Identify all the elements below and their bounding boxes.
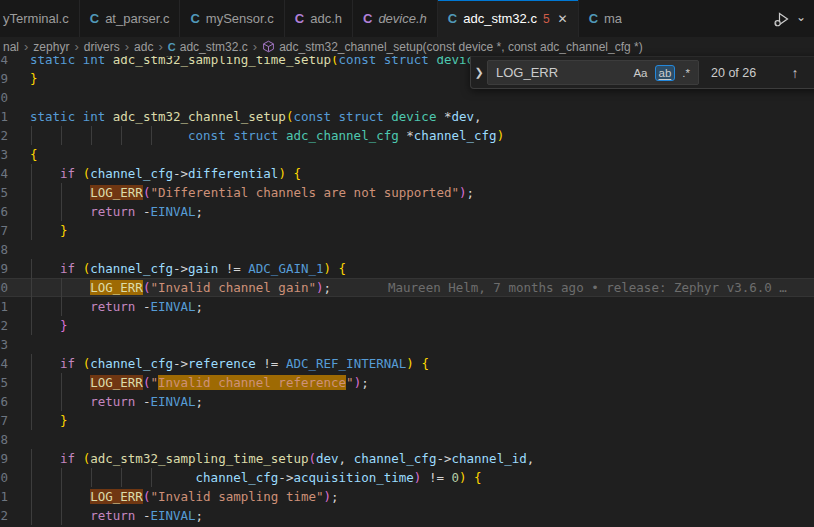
code-token: , (474, 109, 482, 124)
line-number: 492 (0, 506, 8, 525)
line-number: 472 (0, 126, 8, 145)
c-file-icon: C (168, 41, 176, 53)
code-token: const struct (293, 109, 391, 124)
code-line: 479if (channel_cfg->gain != ADC_GAIN_1) … (0, 259, 814, 278)
breadcrumb: nal›zephyr›drivers›adc›Cadc_stm32.c›adc_… (0, 37, 814, 56)
code-token: ) (497, 128, 505, 143)
code-token: , (339, 451, 354, 466)
code-token: static int (30, 109, 113, 124)
run-dropdown-chevron-icon[interactable]: ⌄ (796, 10, 806, 24)
editor[interactable]: 464static int adc_stm32_sampling_time_se… (0, 37, 814, 527)
code-token: ; (196, 508, 204, 523)
regex-button[interactable]: .* (678, 65, 694, 81)
find-previous-button[interactable]: ↑ (783, 61, 807, 85)
code-token: channel_cfg (90, 261, 173, 276)
code-token: channel_cfg (90, 356, 173, 371)
breadcrumb-label: adc_stm32.c (180, 40, 248, 54)
code-text: } (30, 69, 38, 88)
line-number: 479 (0, 259, 8, 278)
code-token: if (60, 451, 83, 466)
breadcrumb-label: drivers (84, 40, 120, 54)
tabs-container: yTerminal.cCat_parser.cCmySensor.cCadc.h… (0, 0, 770, 37)
code-line: 488 (0, 430, 814, 449)
code-token: ADC_GAIN_1 (248, 261, 323, 276)
code-token: } (30, 71, 38, 86)
code-token: channel_cfg (196, 470, 279, 485)
breadcrumb-item[interactable]: drivers (84, 40, 120, 54)
breadcrumb-item[interactable]: adc_stm32_channel_setup(const device *, … (262, 40, 643, 54)
line-number: 490 (0, 468, 8, 487)
tab-device-h[interactable]: Cdevice.h (353, 0, 438, 37)
breadcrumb-separator-icon: › (158, 40, 162, 53)
code-token: -> (173, 166, 188, 181)
tab-adc-h[interactable]: Cadc.h (285, 0, 353, 37)
breadcrumb-separator-icon: › (24, 40, 28, 53)
tab-adc-stm32-c[interactable]: Cadc_stm32.c5✕ (438, 0, 579, 37)
code-token: if (60, 261, 83, 276)
tab-label: mySensor.c (206, 11, 274, 26)
line-number: 481 (0, 297, 8, 316)
code-token: LOG_ERR (90, 375, 143, 390)
tab-label: ma (604, 11, 622, 26)
code-token: Invalid channel reference (158, 375, 346, 390)
code-line: 475LOG_ERR("Differential channels are no… (0, 183, 814, 202)
breadcrumb-label: nal (3, 40, 19, 54)
breadcrumb-item[interactable]: adc (134, 40, 153, 54)
code-text: LOG_ERR("Invalid sampling time"); (30, 487, 339, 506)
code-text: if (adc_stm32_sampling_time_setup(dev, c… (30, 449, 534, 468)
toggle-replace-chevron-icon[interactable]: ❯ (471, 66, 487, 79)
code-line: 470 (0, 88, 814, 107)
code-token: dev (451, 109, 474, 124)
whole-word-button[interactable]: ab (655, 65, 676, 81)
breadcrumb-item[interactable]: zephyr (33, 40, 69, 54)
breadcrumb-separator-icon: › (74, 40, 78, 53)
tab-at-parser-c[interactable]: Cat_parser.c (80, 0, 181, 37)
code-token: return (90, 299, 143, 314)
code-token: channel_cfg (354, 451, 437, 466)
breadcrumb-separator-icon: › (125, 40, 129, 53)
git-blame-annotation: Maureen Helm, 7 months ago • release: Ze… (388, 278, 787, 297)
code-token: -> (436, 451, 451, 466)
code-token: != (256, 356, 286, 371)
code-token: 0 (451, 470, 459, 485)
close-icon[interactable]: ✕ (558, 12, 568, 26)
code-text: if (channel_cfg->reference != ADC_REF_IN… (30, 354, 429, 373)
breadcrumb-label: zephyr (33, 40, 69, 54)
breadcrumb-separator-icon: › (253, 40, 257, 53)
breadcrumb-item[interactable]: Cadc_stm32.c (168, 40, 248, 54)
line-number: 477 (0, 221, 8, 240)
code-text: static int adc_stm32_channel_setup(const… (30, 107, 482, 126)
code-token: return (90, 204, 143, 219)
tab-mysensor-c[interactable]: CmySensor.c (180, 0, 284, 37)
line-number: 471 (0, 107, 8, 126)
code-token: EINVAL (150, 394, 195, 409)
run-or-debug-button[interactable] (772, 9, 792, 29)
find-widget: ❯ LOG_ERR Aa ab .* 20 of 26 ↑ ↓ (470, 56, 814, 89)
line-number: 476 (0, 202, 8, 221)
code-token: return (90, 508, 143, 523)
find-input[interactable]: LOG_ERR Aa ab .* (487, 60, 699, 85)
code-text: channel_cfg->acquisition_time) != 0) { (30, 468, 482, 487)
code-text: return -EINVAL; (30, 506, 203, 525)
tab-yterminal-c[interactable]: yTerminal.c (0, 0, 80, 37)
code-token: { (293, 166, 301, 181)
code-line: 472const struct adc_channel_cfg *channel… (0, 126, 814, 145)
code-token: LOG_ERR (90, 489, 143, 504)
line-number: 469 (0, 69, 8, 88)
code-line: 482} (0, 316, 814, 335)
code-token: } (60, 413, 68, 428)
code-token: } (60, 223, 68, 238)
code-text: { (30, 145, 38, 164)
find-query-text: LOG_ERR (488, 65, 629, 80)
code-line: 478 (0, 240, 814, 259)
code-line: 487} (0, 411, 814, 430)
match-case-button[interactable]: Aa (629, 65, 651, 81)
tab-ma[interactable]: Cma (579, 0, 622, 37)
code-token: ; (324, 280, 332, 295)
code-token: ) (324, 261, 332, 276)
code-token: const struct (188, 128, 286, 143)
find-results-count: 20 of 26 (711, 66, 775, 80)
breadcrumb-item[interactable]: nal (3, 40, 19, 54)
code-token: "Differential channels are not supported… (150, 185, 459, 200)
code-text: } (30, 316, 68, 335)
